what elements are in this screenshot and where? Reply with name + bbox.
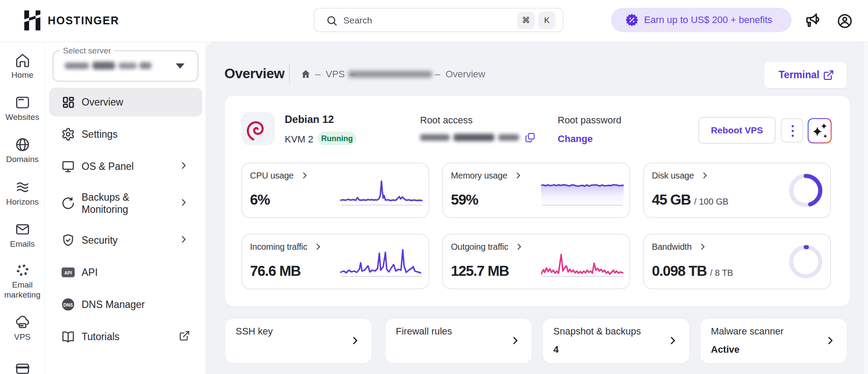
svg-text:DNS: DNS: [63, 302, 73, 308]
svg-text:API: API: [64, 271, 72, 275]
